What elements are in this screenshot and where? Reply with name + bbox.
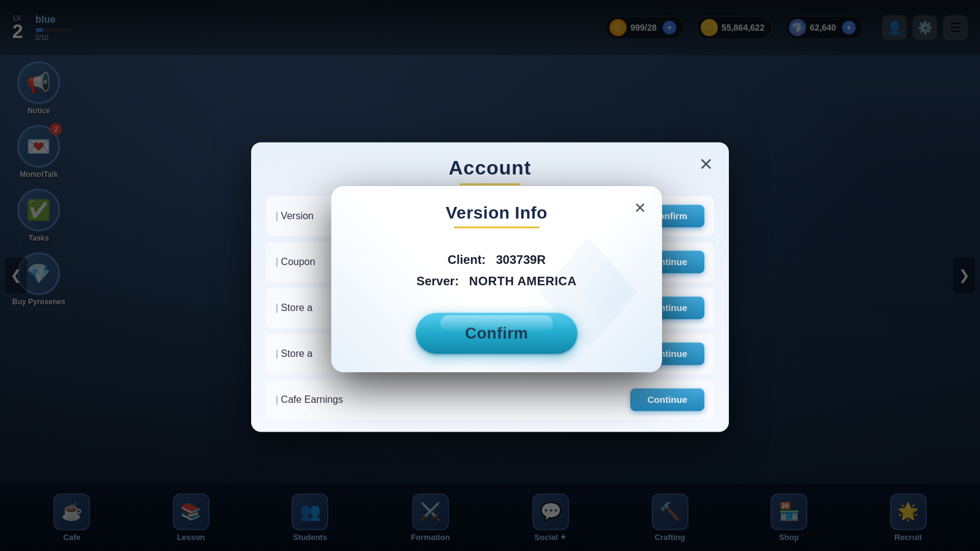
- account-title-underline: [459, 183, 521, 185]
- server-value: NORTH AMERICA: [469, 274, 577, 288]
- account-title: Account: [263, 157, 717, 179]
- version-row-label: Version: [276, 211, 314, 222]
- version-info-modal: Version Info ✕ Client: 303739R Server: N…: [331, 186, 662, 372]
- version-confirm-button[interactable]: Confirm: [416, 313, 577, 354]
- version-header: Version Info ✕: [331, 186, 662, 234]
- version-title: Version Info: [344, 203, 650, 223]
- version-title-underline: [454, 227, 540, 228]
- version-close-button[interactable]: ✕: [630, 198, 650, 218]
- store1-row-label: Store a: [276, 302, 312, 313]
- client-label: Client:: [448, 253, 486, 266]
- account-row-cafe: Cafe Earnings Continue: [266, 380, 714, 419]
- store2-row-label: Store a: [276, 348, 312, 359]
- coupon-row-label: Coupon: [276, 257, 315, 268]
- account-close-button[interactable]: ✕: [695, 153, 717, 175]
- server-info-row: Server: NORTH AMERICA: [417, 274, 576, 288]
- cafe-continue-button[interactable]: Continue: [630, 388, 704, 411]
- version-body: Client: 303739R Server: NORTH AMERICA: [331, 234, 662, 301]
- server-label: Server:: [417, 274, 459, 288]
- client-value: 303739R: [496, 253, 546, 266]
- client-info-row: Client: 303739R: [448, 253, 546, 267]
- cafe-row-label: Cafe Earnings: [276, 394, 343, 405]
- account-header: Account ✕: [251, 142, 729, 190]
